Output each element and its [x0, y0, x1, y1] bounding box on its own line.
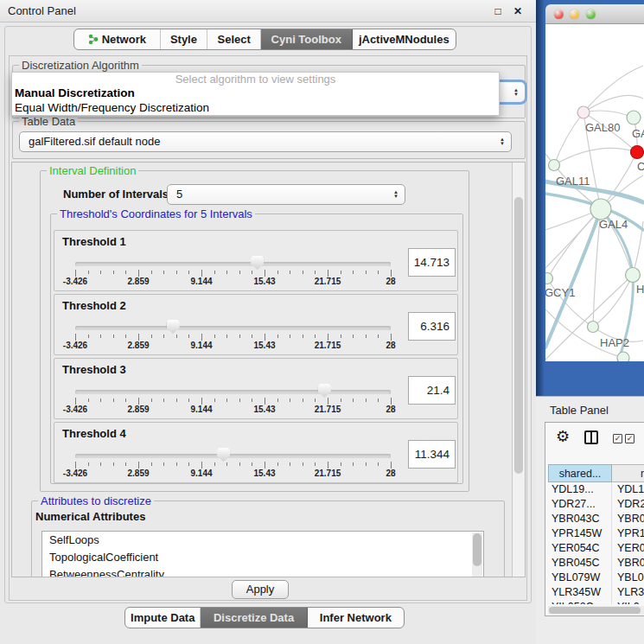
- slider-thumb-2[interactable]: [167, 320, 180, 334]
- float-window-icon[interactable]: □: [490, 3, 506, 19]
- slider-tick: [366, 335, 367, 338]
- table-row[interactable]: YPR145WYPR1: [548, 526, 644, 541]
- cell-shared-name[interactable]: YDR27...: [548, 497, 612, 512]
- cell-name[interactable]: YBL0: [612, 571, 644, 585]
- network-node[interactable]: [549, 160, 560, 171]
- dropdown-option-equal-width-frequency-discretization[interactable]: Equal Width/Frequency Discretization: [12, 100, 499, 115]
- tab-network[interactable]: Network: [74, 29, 161, 49]
- cell-name[interactable]: YBR0: [612, 556, 644, 571]
- slider-track[interactable]: [75, 390, 391, 394]
- select-none-checkbox-icon[interactable]: ✓: [625, 434, 634, 443]
- threshold-value-field-4[interactable]: 11.344: [408, 440, 456, 469]
- column-header-shared-name[interactable]: shared...: [548, 464, 612, 482]
- tab-jactivemnodules[interactable]: jActiveMNodules: [353, 29, 456, 49]
- attribute-item-topologicalcoefficient[interactable]: TopologicalCoefficient: [42, 549, 483, 566]
- bottom-tab-impute-data[interactable]: Impute Data: [125, 608, 201, 628]
- num-intervals-combobox[interactable]: 5 ▲▼: [167, 184, 405, 205]
- cell-name[interactable]: YPR1: [612, 526, 644, 541]
- threshold-label-4: Threshold 4: [62, 427, 126, 440]
- network-edge[interactable]: [554, 148, 637, 165]
- attribute-item-betweennesscentrality[interactable]: BetweennessCentrality: [42, 566, 483, 577]
- show-columns-icon[interactable]: [584, 430, 598, 444]
- cell-name[interactable]: YIL0: [612, 600, 644, 604]
- gear-icon[interactable]: ⚙: [556, 427, 570, 446]
- network-node[interactable]: [590, 199, 611, 220]
- cell-shared-name[interactable]: YBR045C: [548, 556, 612, 571]
- cell-shared-name[interactable]: YBR043C: [548, 512, 612, 526]
- cell-name[interactable]: YER0: [612, 541, 644, 556]
- slider-track[interactable]: [75, 262, 391, 266]
- network-edge[interactable]: [583, 111, 634, 118]
- cell-shared-name[interactable]: YDL19...: [548, 482, 612, 497]
- bottom-tab-discretize-data[interactable]: Discretize Data: [201, 608, 307, 628]
- slider-tick-label: 2.859: [127, 341, 149, 350]
- table-row[interactable]: YDR27...YDR2: [548, 497, 644, 512]
- slider-tick: [88, 335, 89, 338]
- slider-tick: [75, 334, 76, 341]
- network-node[interactable]: [545, 273, 553, 284]
- apply-button[interactable]: Apply: [232, 580, 289, 599]
- list-scrollbar[interactable]: [472, 532, 482, 577]
- cell-name[interactable]: YDL1: [612, 482, 644, 497]
- bottom-tab-infer-network[interactable]: Infer Network: [308, 608, 404, 628]
- cell-shared-name[interactable]: YIL052C: [548, 600, 612, 604]
- numerical-attributes-list[interactable]: SelfLoopsTopologicalCoefficientBetweenne…: [41, 531, 484, 577]
- table-row[interactable]: YDL19...YDL1: [548, 482, 644, 497]
- network-edge[interactable]: [545, 209, 601, 268]
- slider-tick: [138, 334, 139, 341]
- tab-select[interactable]: Select: [207, 29, 261, 49]
- network-node[interactable]: [588, 322, 599, 333]
- slider-thumb-4[interactable]: [217, 448, 230, 462]
- table-row[interactable]: YER054CYER0: [548, 541, 644, 556]
- cell-name[interactable]: YBR0: [612, 512, 644, 526]
- slider-tick: [214, 399, 215, 402]
- mac-close-button[interactable]: [554, 10, 564, 19]
- tab-style[interactable]: Style: [161, 29, 208, 49]
- slider-tick-label: 9.144: [190, 469, 212, 478]
- table-horizontal-scrollbar[interactable]: [548, 606, 644, 615]
- network-edge[interactable]: [583, 66, 643, 112]
- slider-tick: [366, 462, 367, 466]
- column-header-name[interactable]: n: [612, 464, 644, 482]
- node-table: ⚙ ✓ ✓ shared... n YDL19...YDL1YDR27...YD…: [545, 422, 644, 616]
- slider-track[interactable]: [75, 454, 391, 458]
- close-window-icon[interactable]: ✕: [510, 3, 526, 19]
- cell-shared-name[interactable]: YBL079W: [548, 571, 612, 585]
- tab-cyni-toolbox[interactable]: Cyni Toolbox: [261, 29, 353, 49]
- slider-tick: [341, 399, 341, 402]
- table-row[interactable]: YLR345WYLR3: [548, 585, 644, 600]
- network-node[interactable]: [631, 146, 644, 159]
- network-node[interactable]: [626, 268, 641, 283]
- network-edge[interactable]: [583, 95, 643, 112]
- dropdown-option-manual-discretization[interactable]: Manual Discretization: [12, 86, 499, 100]
- threshold-value-field-1[interactable]: 14.713: [408, 248, 456, 277]
- select-all-checkbox-icon[interactable]: ✓: [613, 434, 622, 443]
- cell-shared-name[interactable]: YER054C: [548, 541, 612, 556]
- table-row[interactable]: YBR045CYBR0: [548, 556, 644, 571]
- table-row[interactable]: YIL052CYIL0: [548, 600, 644, 604]
- table-data-combobox[interactable]: galFiltered.sif default node ▲▼: [19, 131, 512, 152]
- cell-shared-name[interactable]: YLR345W: [548, 585, 612, 600]
- network-node[interactable]: [627, 111, 641, 124]
- table-row[interactable]: YBL079WYBL0: [548, 571, 644, 585]
- mac-minimize-button[interactable]: [570, 10, 579, 19]
- slider-tick: [328, 270, 328, 277]
- slider-track[interactable]: [75, 326, 391, 330]
- network-edge[interactable]: [593, 275, 633, 327]
- mac-zoom-button[interactable]: [586, 10, 596, 19]
- network-node[interactable]: [617, 352, 629, 361]
- attribute-item-selfloops[interactable]: SelfLoops: [42, 532, 483, 549]
- threshold-value-field-3[interactable]: 21.4: [408, 376, 456, 405]
- cell-name[interactable]: YDR2: [612, 497, 644, 512]
- panel-vertical-scrollbar[interactable]: [512, 163, 525, 577]
- network-canvas[interactable]: GAL80GACGAL11GAL4GCY1HHAP2: [545, 24, 644, 361]
- network-node[interactable]: [577, 106, 590, 118]
- slider-thumb-1[interactable]: [251, 256, 264, 270]
- cell-shared-name[interactable]: YPR145W: [548, 526, 612, 541]
- cell-name[interactable]: YLR3: [612, 585, 644, 600]
- slider-thumb-3[interactable]: [318, 384, 331, 398]
- threshold-value-field-2[interactable]: 6.316: [408, 312, 456, 341]
- combo-stepper-icon: ▲▼: [393, 190, 399, 199]
- table-row[interactable]: YBR043CYBR0: [548, 512, 644, 526]
- slider-tick: [100, 462, 101, 466]
